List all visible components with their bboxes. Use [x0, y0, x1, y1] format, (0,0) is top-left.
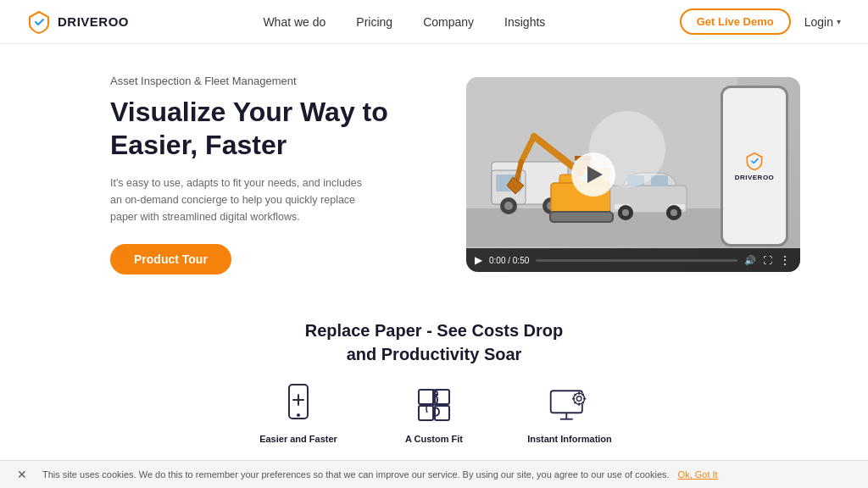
brand-name: DRIVEROO — [58, 14, 129, 29]
video-play-button[interactable] — [571, 152, 615, 197]
svg-line-54 — [582, 402, 583, 403]
svg-point-31 — [622, 209, 629, 216]
video-progress-bar[interactable] — [536, 259, 737, 262]
login-button[interactable]: Login ▾ — [804, 15, 841, 29]
puzzle-icon — [412, 383, 456, 427]
login-arrow-icon: ▾ — [837, 17, 841, 26]
features-section: Replace Paper - See Costs Dropand Produc… — [0, 298, 868, 458]
hero-section: Asset Inspection & Fleet Management Visu… — [0, 44, 868, 298]
nav-right: Get Live Demo Login ▾ — [680, 8, 841, 35]
nav-links: What we do Pricing Company Insights — [263, 14, 545, 30]
monitor-gear-icon — [548, 383, 592, 427]
feature-item-instant-info: Instant Information — [527, 383, 612, 444]
hero-title: Visualize Your Way to Easier, Faster — [110, 96, 432, 161]
navbar: DRIVEROO What we do Pricing Company Insi… — [0, 0, 868, 44]
cookie-ok-button[interactable]: Ok, Got It — [678, 469, 718, 480]
hero-subtitle: Asset Inspection & Fleet Management — [110, 75, 432, 87]
svg-line-53 — [575, 394, 576, 395]
cookie-text: This site uses cookies. We do this to re… — [42, 469, 670, 480]
nav-item-company[interactable]: Company — [423, 14, 474, 30]
phone-plus-icon — [276, 383, 320, 427]
video-volume-icon[interactable]: 🔊 — [744, 255, 756, 266]
nav-item-what-we-do[interactable]: What we do — [263, 14, 326, 30]
video-content: DRIVEROO — [466, 77, 800, 272]
driveroo-logo-icon — [27, 10, 51, 34]
video-controls: ▶ 0:00 / 0:50 🔊 ⛶ ⋮ — [466, 248, 800, 272]
features-row: Easier and Faster — [34, 383, 834, 444]
phone-logo: DRIVEROO — [735, 152, 775, 181]
nav-item-insights[interactable]: Insights — [504, 14, 545, 30]
cookie-banner: ✕ This site uses cookies. We do this to … — [0, 460, 868, 488]
video-more-icon[interactable]: ⋮ — [779, 253, 792, 267]
svg-line-56 — [575, 402, 576, 403]
video-timestamp: 0:00 / 0:50 — [489, 256, 529, 265]
play-icon — [587, 166, 603, 183]
svg-point-6 — [504, 202, 513, 210]
svg-rect-39 — [419, 390, 433, 404]
product-tour-button[interactable]: Product Tour — [110, 244, 231, 274]
svg-point-33 — [670, 209, 677, 216]
feature-label-instant-info: Instant Information — [527, 434, 612, 444]
hero-content: Asset Inspection & Fleet Management Visu… — [110, 75, 432, 274]
svg-point-36 — [297, 413, 300, 417]
svg-rect-24 — [551, 213, 612, 221]
features-title: Replace Paper - See Costs Dropand Produc… — [34, 319, 834, 366]
video-play-control[interactable]: ▶ — [475, 254, 482, 266]
feature-label-custom-fit: A Custom Fit — [405, 434, 463, 444]
phone-shield-icon — [745, 152, 764, 170]
feature-item-easier-faster: Easier and Faster — [256, 383, 341, 444]
logo[interactable]: DRIVEROO — [27, 10, 129, 34]
phone-mockup: DRIVEROO — [721, 86, 788, 247]
hero-video: DRIVEROO ▶ 0:00 / 0:50 🔊 ⛶ ⋮ — [466, 77, 800, 272]
phone-brand-text: DRIVEROO — [735, 174, 775, 181]
cookie-close-button[interactable]: ✕ — [17, 468, 27, 481]
hero-description: It's easy to use, adapts to fit your nee… — [110, 175, 364, 225]
svg-rect-27 — [651, 175, 668, 186]
video-fullscreen-icon[interactable]: ⛶ — [763, 255, 772, 265]
svg-line-55 — [582, 394, 583, 395]
get-live-demo-button[interactable]: Get Live Demo — [680, 8, 791, 35]
nav-item-pricing[interactable]: Pricing — [356, 14, 392, 30]
feature-item-custom-fit: A Custom Fit — [392, 383, 476, 444]
feature-label-easier-faster: Easier and Faster — [259, 434, 337, 444]
